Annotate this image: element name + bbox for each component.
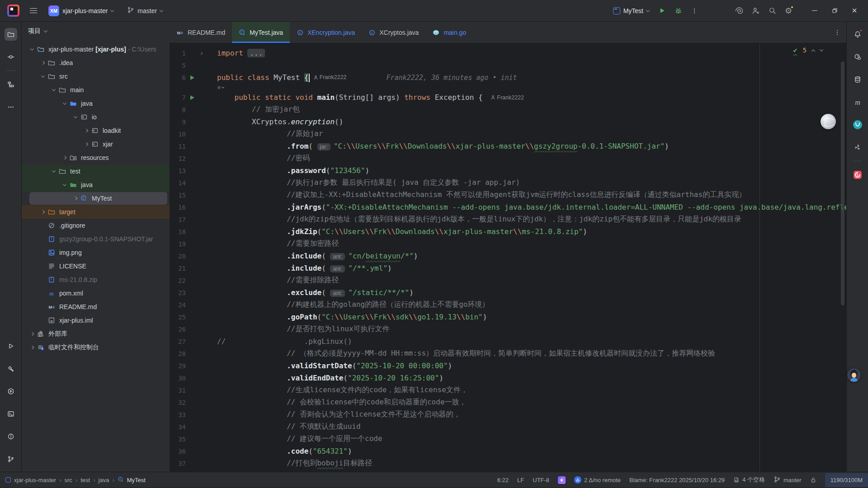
tree-item-README.md[interactable]: MREADME.md [22, 300, 170, 314]
line-separator[interactable]: LF [517, 477, 524, 483]
inspection-widget[interactable]: ✔ 5 [793, 46, 823, 54]
tree-item-xjar-plus-master[interactable]: xjar-plus-master [xjar-plus] - C:\Users [22, 42, 170, 56]
file-encoding[interactable]: UTF-8 [533, 477, 549, 483]
chevron-down-icon[interactable] [61, 183, 69, 186]
vcs-incoming-outgoing[interactable]: 2 Δ/no remote [574, 476, 621, 483]
author-hint[interactable]: Frank2222 [491, 94, 524, 101]
commit-tool-button[interactable] [5, 51, 17, 63]
tree-item-gszy2group-0.0.1-SNAPSHOT.jar[interactable]: gszy2group-0.0.1-SNAPSHOT.jar [22, 232, 170, 246]
version-control-tool-button[interactable] [5, 453, 17, 465]
chevron-down-icon[interactable] [50, 89, 58, 91]
run-line-button[interactable] [190, 75, 194, 80]
main-menu-button[interactable] [27, 4, 40, 18]
fold-marker[interactable]: › [197, 49, 207, 57]
more-actions-button[interactable] [687, 4, 702, 18]
plugin-status-icon[interactable] [558, 476, 566, 484]
tab-main.go[interactable]: main.go [425, 22, 473, 43]
settings-button[interactable]: ⚙ [781, 4, 796, 18]
code-with-me-button[interactable] [749, 4, 763, 18]
build-tool-button[interactable] [5, 362, 17, 375]
project-widget[interactable]: XM xjar-plus-master [45, 3, 117, 19]
inlay-settings-icon[interactable]: ⚙ [217, 84, 221, 90]
ai-chat-button[interactable] [851, 51, 864, 63]
tree-item-java[interactable]: java [22, 97, 170, 110]
tree-item-临时文件和控制台[interactable]: 临时文件和控制台 [22, 341, 170, 354]
breadcrumb-test[interactable]: test [80, 477, 90, 483]
chevron-down-icon[interactable] [39, 75, 47, 78]
maven-button[interactable]: m [851, 96, 864, 108]
plugin-pinwheel-button[interactable] [851, 141, 864, 154]
run-button[interactable] [655, 4, 669, 18]
breadcrumb-java[interactable]: java [99, 477, 109, 483]
chevron-right-icon[interactable] [61, 156, 69, 159]
chevron-right-icon[interactable] [82, 129, 90, 132]
problems-tool-button[interactable] [5, 430, 17, 443]
debug-button[interactable] [671, 4, 685, 18]
tree-item-MyTest[interactable]: CMyTest [22, 192, 170, 205]
tree-item-xjar[interactable]: xjar [22, 137, 170, 151]
blame-info[interactable]: Blame: Frank2222 2025/10/20 16:29 [629, 477, 725, 483]
tree-item-resources[interactable]: resources [22, 151, 170, 164]
terminal-tool-button[interactable] [5, 408, 17, 420]
chevron-down-icon[interactable] [28, 48, 36, 51]
tree-item-loadkit[interactable]: loadkit [22, 124, 170, 137]
close-button[interactable]: × [845, 3, 863, 19]
tree-item-.gitignore[interactable]: .gitignore [22, 219, 170, 232]
ai-spiral-icon[interactable] [732, 4, 747, 18]
chevron-down-icon[interactable] [50, 170, 58, 173]
chevron-down-icon[interactable] [61, 102, 69, 105]
run-line-button[interactable] [190, 95, 194, 100]
branch-widget[interactable]: master [123, 4, 166, 17]
chevron-right-icon[interactable] [71, 197, 80, 200]
caret-position[interactable]: 6:22 [497, 477, 509, 483]
tree-item-LICENSE[interactable]: LICENSE [22, 259, 170, 273]
tree-item-target[interactable]: target [22, 205, 170, 219]
chevron-down-icon[interactable] [44, 28, 47, 32]
tree-item-pom.xml[interactable]: mpom.xml [22, 286, 170, 300]
code-vision-inlay[interactable]: ⚙ [170, 84, 846, 91]
lingma-floating-button[interactable] [821, 114, 836, 129]
author-hint[interactable]: Frank2222 [313, 74, 347, 80]
tree-item-外部库[interactable]: 外部库 [22, 327, 170, 341]
plugin-teal-button[interactable] [851, 118, 864, 131]
tree-item-io[interactable]: io [22, 110, 170, 124]
plugin-red-button[interactable] [851, 169, 864, 181]
chevron-down-icon[interactable] [71, 116, 80, 118]
tree-item-img.png[interactable]: img.png [22, 246, 170, 259]
database-button[interactable] [851, 73, 864, 86]
tree-item-src[interactable]: src [22, 70, 170, 83]
notifications-button[interactable] [851, 28, 864, 41]
tab-XCryptos.java[interactable]: CXCryptos.java [362, 22, 425, 43]
indent-config[interactable]: 4 个空格 [733, 476, 765, 484]
chevron-right-icon[interactable] [39, 61, 47, 64]
restore-button[interactable] [826, 3, 844, 19]
code-editor[interactable]: 1›import ...56public class MyTest {Frank… [170, 43, 846, 472]
assistant-avatar-floating-button[interactable] [847, 368, 861, 382]
tree-item-ms-21.0.8.zip[interactable]: ms-21.0.8.zip [22, 273, 170, 286]
breadcrumb-project[interactable]: xjar-plus-master [14, 477, 56, 483]
tree-item-.idea[interactable]: .idea [22, 56, 170, 70]
tab-README.md[interactable]: MREADME.md [170, 22, 232, 43]
breadcrumb-class[interactable]: MyTest [127, 477, 146, 483]
minimize-button[interactable] [806, 3, 824, 19]
chevron-right-icon[interactable] [28, 346, 36, 349]
chevron-right-icon[interactable] [82, 143, 90, 145]
tree-item-test[interactable]: test [22, 164, 170, 178]
next-problem-button[interactable] [820, 47, 823, 51]
tree-item-main[interactable]: main [22, 83, 170, 97]
tab-MyTest.java[interactable]: CMyTest.java [232, 22, 290, 43]
chevron-right-icon[interactable] [39, 211, 47, 213]
more-tools-button[interactable] [5, 101, 17, 113]
editor-scrollbar[interactable] [841, 61, 844, 305]
previous-problem-button[interactable] [811, 50, 815, 53]
services-tool-button[interactable] [5, 385, 17, 398]
intellij-idea-logo-icon[interactable] [7, 5, 19, 17]
lock-toggle[interactable] [810, 477, 816, 483]
breadcrumb-src[interactable]: src [65, 477, 72, 483]
run-configuration-selector[interactable]: MyTest [609, 5, 653, 17]
status-branch-widget[interactable]: master [774, 476, 802, 484]
search-everywhere-button[interactable] [765, 4, 779, 18]
tree-item-java[interactable]: java [22, 178, 170, 192]
structure-tool-button[interactable] [5, 78, 17, 91]
git-blame-inlay[interactable]: Frank2222, 36 minutes ago • init [387, 74, 517, 82]
